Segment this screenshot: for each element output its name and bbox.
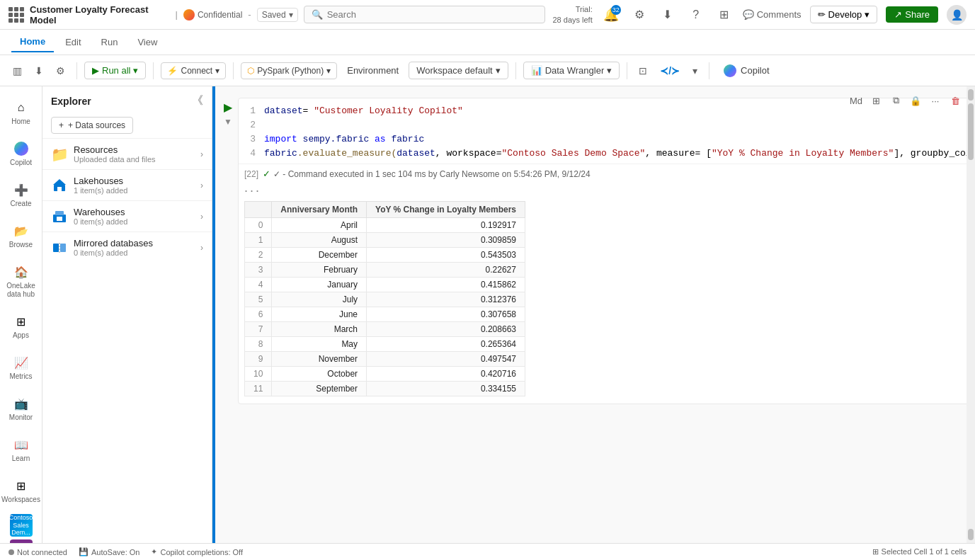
sidebar-item-home[interactable]: ⌂ Home — [1, 93, 41, 132]
notifications-button[interactable]: 🔔 32 — [601, 5, 621, 25]
sidebar-item-monitor[interactable]: 📺 Monitor — [1, 389, 41, 428]
data-wrangler-button[interactable]: 📊 Data Wrangler ▾ — [523, 62, 620, 79]
explorer-collapse-button[interactable]: 《 — [192, 93, 203, 108]
notif-count: 32 — [611, 5, 621, 15]
download-button[interactable]: ⬇ — [658, 5, 678, 25]
notebook-toolbar-md[interactable]: Md — [848, 92, 865, 109]
section-warehouses-item[interactable]: Warehouses 0 item(s) added › — [42, 201, 212, 232]
sidebar-item-learn[interactable]: 📖 Learn — [1, 430, 41, 469]
notebook-toolbar-lock[interactable]: 🔒 — [907, 92, 924, 109]
table-row: 1 August 0.309859 — [245, 233, 525, 248]
notebook-toolbar-table[interactable]: ⊞ — [867, 92, 884, 109]
section-mirrored-item[interactable]: Mirrored databases 0 item(s) added › — [42, 232, 212, 263]
settings-cell-icon[interactable]: ⚙ — [52, 62, 69, 79]
settings-button[interactable]: ⚙ — [629, 5, 649, 25]
code-token: , workspace= — [435, 148, 502, 159]
pyspark-button[interactable]: ⬡ PySpark (Python) ▾ — [241, 62, 337, 79]
trial-label: Trial: — [576, 5, 593, 13]
cell-body: 1 dataset= "Customer Loyality Copilot" 2 — [238, 98, 975, 404]
output-header: [22] ✓ ✓ - Command executed in 1 sec 104… — [244, 168, 975, 179]
table-row: 0 April 0.192917 — [245, 218, 525, 233]
sidebar-item-browse[interactable]: 📂 Browse — [1, 217, 41, 255]
mirrored-chevron: › — [200, 243, 203, 253]
home-icon: ⌂ — [13, 99, 30, 116]
explorer-section-resources: 📁 Resources Uploaded data and files › — [42, 138, 212, 169]
sidebar-learn-label: Learn — [12, 455, 30, 463]
tab-edit[interactable]: Edit — [57, 33, 89, 52]
help-button[interactable]: ? — [686, 5, 706, 25]
develop-button[interactable]: ✏ Develop ▾ — [810, 6, 878, 23]
vs-chevron[interactable]: ▾ — [688, 62, 702, 79]
environment-label: Environment — [341, 62, 404, 79]
run-all-button[interactable]: ▶ Run all ▾ — [84, 62, 146, 79]
notebook-toolbar-delete[interactable]: 🗑 — [947, 92, 964, 109]
line-num-4: 4 — [239, 147, 264, 161]
cell-value: 0.420716 — [367, 367, 525, 382]
sidebar-item-create[interactable]: ➕ Create — [1, 176, 41, 214]
line-content-1: dataset= "Customer Loyality Copilot" — [264, 104, 463, 118]
create-icon: ➕ — [13, 181, 30, 198]
search-icon: 🔍 — [312, 9, 323, 20]
separator-6 — [709, 62, 709, 79]
sidebar-apps-label: Apps — [13, 331, 29, 340]
sidebar-item-copilot[interactable]: Copilot — [1, 135, 41, 173]
sidebar-item-apps[interactable]: ⊞ Apps — [1, 307, 41, 345]
section-resources-item[interactable]: 📁 Resources Uploaded data and files › — [42, 139, 212, 169]
add-data-sources-button[interactable]: + + Data sources — [51, 117, 133, 134]
connect-button[interactable]: ⚡ Connect ▾ — [161, 62, 226, 79]
resources-info: Resources Uploaded data and files — [74, 144, 195, 164]
mirror-icon — [51, 239, 68, 256]
not-connected-status[interactable]: Not connected — [8, 548, 67, 556]
notebook-toolbar-copy[interactable]: ⧉ — [887, 92, 904, 109]
download-cell-icon[interactable]: ⬇ — [30, 62, 47, 79]
search-input[interactable] — [327, 9, 538, 20]
search-box[interactable]: 🔍 — [304, 6, 546, 23]
output-dots[interactable]: ··· — [244, 183, 975, 198]
lakehouse-icon — [51, 177, 68, 194]
tab-run[interactable]: Run — [93, 33, 127, 52]
sidebar-item-onelake[interactable]: 🏠 OneLake data hub — [1, 258, 41, 304]
workspace-button[interactable]: Workspace default ▾ — [409, 62, 508, 79]
window-icon[interactable]: ⊡ — [634, 62, 651, 79]
sidebar-item-metrics[interactable]: 📈 Metrics — [1, 348, 41, 387]
section-lakehouses-item[interactable]: Lakehouses 1 item(s) added › — [42, 170, 212, 200]
app-grid-icon[interactable] — [8, 7, 24, 23]
user-avatar[interactable]: 👤 — [947, 5, 967, 25]
sidebar-item-workspaces[interactable]: ⊞ Workspaces — [1, 472, 41, 510]
share-link-button[interactable]: ⊞ — [714, 5, 734, 25]
line-num-3: 3 — [239, 132, 264, 147]
table-header-value: YoY % Change in Loyalty Members — [367, 202, 525, 218]
code-token: "Contoso Sales Demo Space" — [501, 148, 645, 159]
cell-value: 0.312376 — [367, 292, 525, 307]
copilot-status[interactable]: ✦ Copilot completions: Off — [151, 547, 243, 556]
cell-value: 0.309859 — [367, 233, 525, 248]
cell-month: January — [272, 278, 367, 292]
scrollbar[interactable] — [967, 86, 975, 543]
code-line-3: 3 import sempy.fabric as fabric — [239, 132, 975, 147]
svg-rect-5 — [57, 217, 62, 221]
saved-badge[interactable]: Saved ▾ — [257, 8, 298, 22]
share-button[interactable]: ↗ Share — [886, 6, 938, 23]
sidebar-onelake-label: OneLake data hub — [4, 282, 38, 299]
sidebar-monitor-label: Monitor — [9, 413, 33, 422]
contoso-avatar[interactable]: ContosoSales Dem... — [10, 514, 33, 537]
warehouses-name: Warehouses — [74, 207, 195, 217]
trial-days: 28 days left — [552, 16, 592, 24]
cell-expand-button[interactable]: ▼ — [224, 117, 232, 127]
separator-5 — [627, 62, 627, 79]
mirrored-count: 0 item(s) added — [74, 248, 195, 257]
explorer-title: Explorer — [51, 96, 91, 107]
line-content-4: fabric.evaluate_measure(dataset, workspa… — [264, 147, 975, 161]
copilot-button[interactable]: Copilot — [717, 62, 776, 80]
vscode-icon[interactable]: ≺/≻ — [656, 62, 684, 79]
cell-run-button[interactable]: ▶ — [224, 101, 232, 114]
selected-cell-status: ⊞ Selected Cell 1 of 1 cells — [872, 547, 967, 556]
autosave-status[interactable]: 💾 AutoSave: On — [79, 547, 140, 556]
title-bar: Customer Loyalty Forecast Model | Confid… — [0, 0, 975, 30]
notebook-toolbar-more[interactable]: ··· — [927, 92, 944, 109]
comments-button[interactable]: 💬 Comments — [743, 9, 802, 20]
tab-view[interactable]: View — [129, 33, 166, 52]
add-cell-icon[interactable]: ▥ — [8, 62, 26, 79]
cell-index: 6 — [245, 307, 272, 322]
tab-home[interactable]: Home — [11, 32, 54, 52]
